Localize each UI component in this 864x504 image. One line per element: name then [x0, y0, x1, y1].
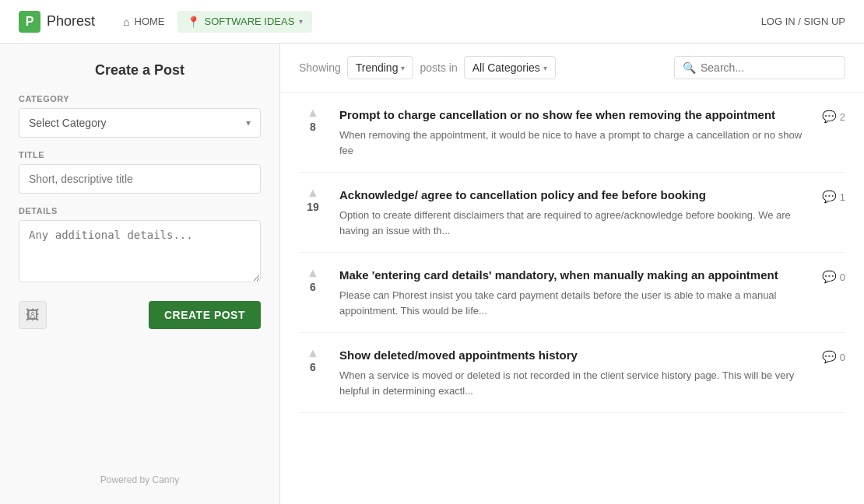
post-excerpt: When a service is moved or deleted is no… — [339, 368, 810, 398]
category-section: CATEGORY Select Category ▾ — [19, 94, 261, 138]
vote-section: ▲ 8 — [299, 107, 327, 133]
all-categories-label: All Categories — [472, 61, 540, 74]
comment-icon: 💬 — [822, 270, 837, 284]
post-meta: 💬 0 — [822, 347, 845, 364]
trending-label: Trending — [356, 61, 399, 74]
auth-link[interactable]: LOG IN / SIGN UP — [761, 16, 845, 27]
post-title[interactable]: Make 'entering card details' mandatory, … — [339, 267, 810, 283]
create-post-button[interactable]: CREATE POST — [149, 301, 261, 329]
main-container: Create a Post CATEGORY Select Category ▾… — [0, 44, 864, 504]
search-input[interactable] — [701, 61, 837, 74]
post-meta: 💬 2 — [822, 107, 845, 124]
title-section: TITLE — [19, 150, 261, 194]
vote-section: ▲ 19 — [299, 187, 327, 213]
comment-icon: 💬 — [822, 110, 837, 124]
upvote-arrow-icon[interactable]: ▲ — [307, 107, 319, 119]
categories-chevron-icon: ▾ — [543, 64, 547, 72]
upvote-arrow-icon[interactable]: ▲ — [307, 187, 319, 199]
posts-in-label: posts in — [420, 61, 457, 74]
vote-section: ▲ 6 — [299, 347, 327, 373]
comment-count: 0 — [840, 271, 845, 283]
location-icon: 📍 — [187, 16, 200, 28]
post-content: Prompt to charge cancellation or no show… — [339, 107, 810, 158]
post-meta: 💬 1 — [822, 187, 845, 204]
details-section: DETAILS — [19, 206, 261, 282]
comment-icon: 💬 — [822, 350, 837, 364]
upvote-arrow-icon[interactable]: ▲ — [307, 347, 319, 359]
comment-icon: 💬 — [822, 190, 837, 204]
nav-home-label: HOME — [135, 16, 165, 27]
panel-title: Create a Post — [19, 62, 261, 79]
upvote-arrow-icon[interactable]: ▲ — [307, 267, 319, 279]
posts-list: ▲ 8 Prompt to charge cancellation or no … — [280, 93, 864, 413]
filter-bar: Showing Trending ▾ posts in All Categori… — [280, 44, 864, 93]
post-meta: 💬 0 — [822, 267, 845, 284]
image-icon: 🖼 — [26, 307, 40, 324]
comment-count: 0 — [840, 352, 845, 363]
showing-label: Showing — [299, 61, 341, 74]
form-actions: 🖼 CREATE POST — [19, 301, 261, 329]
post-item[interactable]: ▲ 19 Acknowledge/ agree to cancellation … — [299, 173, 845, 253]
post-content: Acknowledge/ agree to cancellation polic… — [339, 187, 810, 238]
image-upload-button[interactable]: 🖼 — [19, 301, 47, 329]
post-content: Make 'entering card details' mandatory, … — [339, 267, 810, 318]
vote-count: 6 — [310, 361, 316, 373]
header-left: P Phorest ⌂ HOME 📍 SOFTWARE IDEAS ▾ — [19, 11, 312, 33]
post-content: Show deleted/moved appointments history … — [339, 347, 810, 398]
logo-area[interactable]: P Phorest — [19, 11, 95, 33]
vote-section: ▲ 6 — [299, 267, 327, 293]
post-item[interactable]: ▲ 6 Make 'entering card details' mandato… — [299, 253, 845, 333]
trending-chevron-icon: ▾ — [401, 64, 405, 72]
post-title[interactable]: Acknowledge/ agree to cancellation polic… — [339, 187, 810, 203]
home-icon: ⌂ — [123, 16, 129, 28]
category-label: CATEGORY — [19, 94, 261, 103]
category-select[interactable]: Select Category — [19, 109, 260, 137]
header: P Phorest ⌂ HOME 📍 SOFTWARE IDEAS ▾ LOG … — [0, 0, 864, 44]
search-icon: 🔍 — [683, 61, 696, 74]
nav-software-ideas[interactable]: 📍 SOFTWARE IDEAS ▾ — [177, 11, 313, 33]
details-label: DETAILS — [19, 206, 261, 215]
comment-count: 1 — [840, 191, 845, 203]
post-title[interactable]: Show deleted/moved appointments history — [339, 347, 810, 363]
nav-software-ideas-label: SOFTWARE IDEAS — [205, 16, 295, 27]
post-title[interactable]: Prompt to charge cancellation or no show… — [339, 107, 810, 123]
post-excerpt: When removing the appointment, it would … — [339, 128, 810, 158]
vote-count: 8 — [310, 121, 316, 133]
app-name: Phorest — [47, 13, 95, 30]
all-categories-select[interactable]: All Categories ▾ — [464, 56, 556, 79]
nav-chevron-icon: ▾ — [299, 17, 303, 26]
search-box[interactable]: 🔍 — [674, 56, 845, 79]
post-item[interactable]: ▲ 6 Show deleted/moved appointments hist… — [299, 333, 845, 413]
category-placeholder: Select Category — [29, 117, 107, 129]
nav-home[interactable]: ⌂ HOME — [114, 11, 174, 33]
vote-count: 19 — [307, 201, 319, 213]
right-panel: Showing Trending ▾ posts in All Categori… — [280, 44, 864, 504]
title-label: TITLE — [19, 150, 261, 159]
powered-by: Powered by Canny — [19, 462, 261, 485]
header-right: LOG IN / SIGN UP — [761, 16, 845, 27]
details-textarea[interactable] — [19, 220, 261, 282]
title-input[interactable] — [19, 164, 261, 194]
logo-icon: P — [19, 11, 40, 33]
trending-select[interactable]: Trending ▾ — [347, 56, 414, 79]
post-excerpt: Option to create different disclaimers t… — [339, 208, 810, 238]
vote-count: 6 — [310, 281, 316, 293]
post-excerpt: Please can Phorest insist you take card … — [339, 288, 810, 318]
comment-count: 2 — [840, 111, 845, 123]
post-item[interactable]: ▲ 8 Prompt to charge cancellation or no … — [299, 93, 845, 173]
category-select-wrapper[interactable]: Select Category ▾ — [19, 108, 261, 138]
main-nav: ⌂ HOME 📍 SOFTWARE IDEAS ▾ — [114, 11, 312, 33]
left-panel: Create a Post CATEGORY Select Category ▾… — [0, 44, 280, 504]
